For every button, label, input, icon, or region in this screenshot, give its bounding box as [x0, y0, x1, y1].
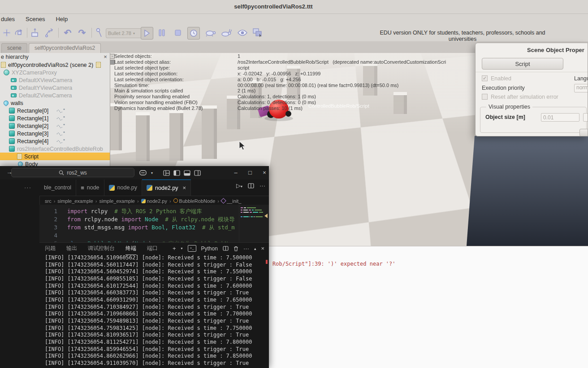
tree-item[interactable]: Rectangle[1] — [0, 114, 110, 122]
page-selector-icon[interactable] — [252, 27, 264, 39]
scene-tab[interactable]: self0pycontrolledViaRos2 — [29, 43, 101, 53]
breadcrumb-item[interactable]: __init_ — [221, 198, 241, 204]
pause-button[interactable] — [156, 27, 168, 39]
terminal-dropdown-icon[interactable]: ▾ — [181, 246, 183, 250]
attached-script-icon — [56, 116, 66, 121]
tree-item[interactable]: elf0pycontrolledViaRos2 (scene 2) — [0, 61, 110, 69]
tree-item-label: Rectangle[2] — [17, 123, 48, 129]
clipped-input[interactable] — [583, 113, 588, 122]
execution-priority-select[interactable]: norm — [574, 84, 588, 92]
tree-item[interactable]: XYZCameraProxy — [0, 69, 110, 76]
minimap-line — [241, 207, 256, 208]
reset-after-error-checkbox[interactable] — [482, 94, 488, 100]
chevron-down-icon[interactable]: ▾ — [148, 169, 156, 176]
enabled-checkbox[interactable]: ✓ — [482, 75, 488, 81]
close-panel-icon[interactable]: × — [261, 245, 264, 252]
run-python-file-icon[interactable]: ▷▾ — [236, 182, 242, 189]
editor-tab-node[interactable]: ≡node — [76, 180, 104, 196]
new-terminal-icon[interactable]: + — [173, 245, 176, 252]
command-center-search[interactable]: ros2_ws — [11, 168, 134, 177]
terminal-output[interactable]: [INFO] [1743236054.510960562] [node]: Re… — [39, 254, 269, 368]
camera-rotate-icon[interactable] — [13, 27, 25, 39]
terminal-line: [INFO] [1743236054.560452974] [node]: Re… — [39, 268, 269, 276]
tree-item[interactable]: Rectangle[0] — [0, 107, 110, 114]
tree-item[interactable]: DefaultXViewCamera — [0, 76, 110, 84]
close-tab-icon[interactable]: × — [182, 184, 186, 191]
tree-item[interactable]: DefaultZViewCamera — [0, 92, 110, 99]
split-terminal-icon[interactable] — [223, 246, 229, 251]
slower-turtle-icon[interactable] — [204, 27, 216, 39]
script-tab-button[interactable]: Script — [482, 58, 563, 70]
toolbar-separator — [91, 28, 92, 38]
breadcrumb-item[interactable]: simple_example — [57, 198, 93, 204]
panel-tab-调试控制台[interactable]: 调试控制台 — [88, 245, 115, 255]
code-text: from std_msgs.msg import Bool, Float32 #… — [67, 224, 235, 232]
menu-item-help[interactable]: Help — [56, 14, 68, 25]
customize-layout-icon[interactable] — [162, 169, 170, 176]
overlay-row: Main & simulation scripts called2 (1 ms) — [114, 88, 446, 94]
camera-shift-icon[interactable] — [1, 27, 13, 39]
tree-item[interactable]: Script — [0, 153, 110, 160]
object-rotate-icon[interactable] — [43, 27, 55, 39]
redo-icon[interactable]: ↷ — [76, 27, 88, 39]
faster-rabbit-icon[interactable] — [220, 27, 232, 39]
scrollbar-error-tick — [266, 260, 268, 264]
toggle-panel-icon[interactable] — [183, 169, 191, 176]
sim-settings-icon[interactable] — [93, 27, 105, 39]
sidebar-more-actions-icon[interactable]: ··· — [24, 184, 31, 191]
breadcrumb-item[interactable]: src — [45, 198, 52, 204]
code-text: import rclpy # 导入 ROS 2 Python 客户端库 — [67, 208, 202, 215]
overlay-row: Last selected object type:script — [114, 65, 446, 71]
panel-tab-终端[interactable]: 终端 — [125, 245, 136, 255]
panel-tab-问题[interactable]: 问题 — [45, 245, 56, 255]
copilot-icon[interactable] — [139, 169, 147, 176]
menu-item-dules[interactable]: dules — [1, 14, 15, 25]
tree-item-label: Script — [24, 153, 39, 160]
breadcrumb-item[interactable]: BubbleRobNode — [173, 198, 216, 204]
breadcrumb-item[interactable]: simple_example — [99, 198, 135, 204]
object-size-input[interactable] — [541, 113, 579, 122]
split-editor-icon[interactable] — [248, 183, 254, 188]
editor-tab-ble_control[interactable]: ble_control — [39, 180, 76, 196]
tree-item[interactable]: DefaultYViewCamera — [0, 84, 110, 92]
clipped-button[interactable] — [579, 129, 588, 136]
panel-tab-输出[interactable]: 输出 — [66, 245, 77, 255]
breadcrumb[interactable]: src›simple_example›simple_example›node2.… — [45, 197, 241, 205]
tree-item[interactable]: Rectangle[3] — [0, 130, 110, 137]
toggle-sidebar-icon[interactable] — [173, 169, 181, 176]
maximize-panel-icon[interactable]: ▴ — [254, 246, 256, 251]
script-icon — [17, 153, 22, 159]
tree-item[interactable]: ros2InterfaceControlledBubbleRob — [0, 145, 110, 153]
sim-status-log: Rob/Script"]:39: ')' expected near '?' — [269, 246, 588, 368]
panel-tab-端口[interactable]: 端口 — [147, 245, 158, 255]
code-editor[interactable]: 1import rclpy # 导入 ROS 2 Python 客户端库2fro… — [39, 205, 269, 242]
tree-item[interactable]: Rectangle[2] — [0, 122, 110, 130]
scene-tab[interactable]: scene — [1, 43, 27, 53]
undo-icon[interactable]: ↶ — [62, 27, 74, 39]
more-actions-icon[interactable]: ··· — [259, 182, 265, 189]
hierarchy-tree: elf0pycontrolledViaRos2 (scene 2)XYZCame… — [0, 61, 110, 168]
tree-item[interactable]: Rectangle[4] — [0, 137, 110, 145]
menu-item-scenes[interactable]: Scenes — [26, 14, 45, 25]
engine-select[interactable]: Bullet 2.78▾ — [106, 28, 143, 38]
object-shift-icon[interactable] — [30, 27, 41, 39]
minimize-button[interactable]: – — [231, 168, 240, 177]
panel-more-actions-icon[interactable]: ··· — [243, 245, 249, 252]
maximize-button[interactable]: □ — [246, 168, 255, 177]
minimap[interactable] — [239, 205, 268, 242]
close-icon[interactable]: × — [102, 53, 108, 60]
visibility-eye-icon[interactable] — [237, 27, 248, 39]
python-icon — [109, 185, 115, 191]
realtime-toggle-icon[interactable] — [187, 27, 200, 39]
stop-button[interactable] — [172, 27, 184, 39]
toggle-secondary-sidebar-icon[interactable] — [193, 169, 201, 176]
play-button[interactable] — [141, 27, 153, 39]
overlay-label: Vision sensor handling enabled (FBO) — [114, 100, 238, 105]
editor-tab-node.py[interactable]: node.py — [104, 180, 142, 196]
tree-item[interactable]: walls — [0, 99, 110, 107]
close-button[interactable]: × — [260, 168, 269, 177]
breadcrumb-item[interactable]: node2.py — [141, 198, 167, 204]
editor-tab-node2.py[interactable]: node2.py× — [142, 180, 191, 196]
dialog-title: Scene Object Proper — [527, 47, 584, 53]
kill-terminal-icon[interactable] — [233, 246, 238, 251]
